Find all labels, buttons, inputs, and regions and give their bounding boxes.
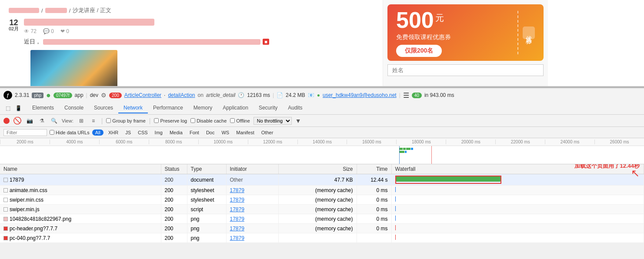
coupon-limit-btn[interactable]: 仅限200名	[396, 45, 442, 57]
filter-input[interactable]	[3, 129, 47, 136]
ruler-mark-16000: 16000 ms	[347, 139, 396, 144]
coupon-unit: 元	[435, 12, 444, 24]
row-type: stylesheet	[187, 195, 226, 205]
row-time: 0 ms	[357, 224, 391, 233]
tab-performance[interactable]: Performance	[148, 103, 188, 113]
row-time: 12.44 s	[357, 174, 391, 186]
vertical-line-1	[399, 146, 400, 164]
hide-data-urls-checkbox[interactable]	[50, 130, 54, 135]
row-time: 0 ms	[357, 214, 391, 224]
offline-checkbox[interactable]	[230, 118, 235, 123]
network-table: Name Status Type Initiator Size Time Wat…	[0, 164, 644, 243]
row-initiator: 17879	[226, 205, 278, 214]
ruler-mark-24000: 24000 ms	[545, 139, 594, 144]
blurred-item-2	[45, 8, 67, 13]
tab-security[interactable]: Security	[254, 103, 283, 113]
toolbar-env: app	[75, 92, 83, 98]
tab-audits[interactable]: Audits	[283, 103, 307, 113]
filter-bar: Hide data URLs All XHR JS CSS Img Media …	[0, 127, 644, 138]
filter-manifest-button[interactable]: Manifest	[234, 130, 257, 136]
col-type[interactable]: Type	[187, 164, 226, 174]
table-row[interactable]: 104828c4818c822967.png 200 png 17879 (me…	[0, 214, 644, 224]
filter-icon[interactable]: ⚗	[37, 116, 46, 125]
table-row[interactable]: 17879 200 document Other 47.7 KB 12.44 s	[0, 174, 644, 186]
tab-sources[interactable]: Sources	[89, 103, 118, 113]
ruler-mark-14000: 14000 ms	[297, 139, 347, 144]
devtools-tabs: ⬚ 📱 Elements Console Sources Network Per…	[0, 102, 644, 115]
tab-application[interactable]: Application	[217, 103, 254, 113]
row-size: (memory cache)	[278, 186, 357, 195]
throttle-select[interactable]: No throttling Fast 3G Slow 3G	[254, 117, 292, 125]
waterfall-bar-main	[396, 176, 501, 182]
row-initiator: 17879	[226, 186, 278, 195]
filter-img-button[interactable]: Img	[153, 130, 165, 136]
table-row[interactable]: swiper.min.js 200 script 17879 (memory c…	[0, 205, 644, 214]
timeline-area: 2000 ms 4000 ms 6000 ms 8000 ms 10000 ms…	[0, 138, 644, 164]
disable-cache-label[interactable]: Disable cache	[190, 118, 227, 123]
controller-link[interactable]: ArticleController	[124, 92, 161, 98]
row-name: pc-040.png?7.7.7	[0, 233, 161, 243]
offline-label[interactable]: Offline	[230, 118, 250, 123]
user-link[interactable]: user_hdkw49an9@edusoho.net	[323, 92, 397, 98]
filter-css-button[interactable]: CSS	[136, 130, 150, 136]
record-button[interactable]	[3, 118, 10, 124]
filter-font-button[interactable]: Font	[187, 130, 201, 136]
table-row[interactable]: pc-header.png?7.7.7 200 png 17879 (memor…	[0, 224, 644, 233]
filter-ws-button[interactable]: WS	[219, 130, 231, 136]
row-type: stylesheet	[187, 186, 226, 195]
tab-network[interactable]: Network	[118, 103, 148, 113]
filter-all-button[interactable]: All	[92, 130, 103, 136]
preserve-log-checkbox[interactable]	[154, 118, 159, 123]
col-name[interactable]: Name	[0, 164, 161, 174]
network-table-area: 加载这个页面用了12.44秒 ↙ Name Status Type Initia…	[0, 164, 644, 243]
table-row[interactable]: animate.min.css 200 stylesheet 17879 (me…	[0, 186, 644, 195]
row-type: script	[187, 205, 226, 214]
blurred-item-1	[9, 8, 39, 13]
action-link[interactable]: detailAction	[168, 92, 195, 98]
col-time[interactable]: Time	[357, 164, 391, 174]
group-by-frame-label[interactable]: Group by frame	[106, 118, 145, 123]
ruler-mark-4000: 4000 ms	[50, 139, 99, 144]
filter-other-button[interactable]: Other	[259, 130, 276, 136]
hide-data-urls-label[interactable]: Hide data URLs	[50, 130, 90, 135]
col-size[interactable]: Size	[278, 164, 357, 174]
article-title	[24, 19, 154, 26]
requests-badge: 40	[412, 93, 422, 98]
symfony-version: 2.3.31	[15, 92, 29, 98]
grid-view-icon[interactable]: ⊞	[77, 116, 86, 125]
table-row[interactable]: swiper.min.css 200 stylesheet 17879 (mem…	[0, 195, 644, 205]
disable-cache-checkbox[interactable]	[190, 118, 195, 123]
row-initiator: 17879	[226, 224, 278, 233]
green-dot: ●	[46, 91, 51, 100]
symfony-icon: ƒ	[3, 91, 12, 100]
tab-memory[interactable]: Memory	[188, 103, 217, 113]
tab-console[interactable]: Console	[59, 103, 89, 113]
preserve-log-label[interactable]: Preserve log	[154, 118, 187, 123]
row-size: (memory cache)	[278, 205, 357, 214]
group-by-frame-checkbox[interactable]	[106, 118, 111, 123]
filter-js-button[interactable]: JS	[123, 130, 133, 136]
table-row[interactable]: pc-040.png?7.7.7 200 png 17879	[0, 233, 644, 243]
req-time: in 943.00 ms	[424, 92, 454, 98]
clear-button[interactable]: 🚫	[13, 116, 22, 125]
name-input-area	[387, 64, 544, 76]
tab-elements[interactable]: Elements	[27, 103, 59, 113]
filter-media-button[interactable]: Media	[167, 130, 185, 136]
filter-xhr-button[interactable]: XHR	[106, 130, 120, 136]
row-initiator: Other	[226, 174, 278, 186]
row-initiator: 17879	[226, 214, 278, 224]
name-input[interactable]	[387, 64, 544, 76]
search-icon[interactable]: 🔍	[50, 116, 58, 125]
device-icon[interactable]: 📱	[14, 104, 23, 113]
list-view-icon[interactable]: ≡	[89, 116, 98, 125]
annotation-text: 加载这个页面用了12.44秒	[574, 164, 640, 170]
col-initiator[interactable]: Initiator	[226, 164, 278, 174]
row-name: 17879	[0, 174, 161, 186]
annotation-container: 加载这个页面用了12.44秒 ↙	[574, 164, 640, 180]
waterfall-red-outline	[395, 176, 501, 184]
row-size: 47.7 KB	[278, 174, 357, 186]
filter-doc-button[interactable]: Doc	[204, 130, 217, 136]
col-status[interactable]: Status	[161, 164, 187, 174]
inspect-icon[interactable]: ⬚	[3, 104, 12, 113]
camera-button[interactable]: 📷	[25, 116, 34, 125]
